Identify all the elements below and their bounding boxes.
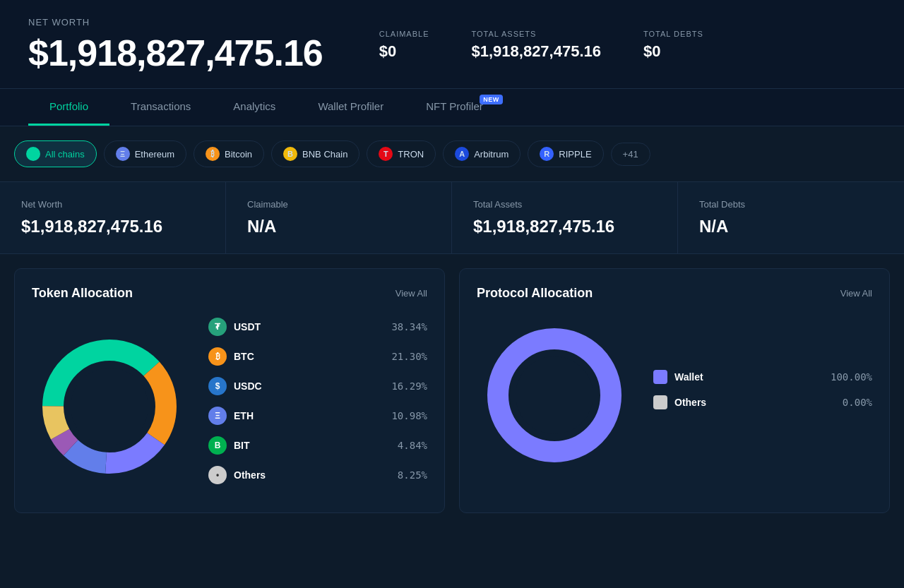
usdt-icon: ₮ — [208, 318, 227, 336]
claimable-label: CLAIMABLE — [379, 30, 429, 38]
eth-pct: 10.98% — [391, 410, 427, 421]
net-worth-value: $1,918,827,475.16 — [28, 32, 323, 74]
token-allocation-header: Token Allocation View All — [32, 286, 427, 301]
btc-icon: ₿ — [208, 347, 227, 366]
nav-tabs: Portfolio Transactions Analytics Wallet … — [28, 89, 876, 126]
total-debts-value: $0 — [643, 42, 703, 61]
chain-btn-arbitrum[interactable]: A Arbitrum — [443, 140, 521, 167]
usdc-name: USDC — [234, 380, 384, 392]
header: NET WORTH $1,918,827,475.16 CLAIMABLE $0… — [0, 0, 904, 89]
header-stat-total-assets: TOTAL ASSETS $1,918,827,475.16 — [472, 30, 602, 61]
bit-name: BIT — [234, 440, 391, 451]
tab-nft-profiler[interactable]: NFT Profiler NEW — [405, 89, 504, 126]
svg-point-6 — [71, 368, 148, 445]
bnb-icon: B — [283, 147, 297, 161]
net-worth-section: NET WORTH $1,918,827,475.16 — [28, 17, 323, 74]
header-stat-total-debts: TOTAL DEBTS $0 — [643, 30, 703, 61]
protocol-allocation-view-all[interactable]: View All — [840, 288, 872, 299]
token-allocation-card: Token Allocation View All — [14, 268, 445, 513]
token-item-eth: Ξ ETH 10.98% — [208, 407, 427, 425]
protocol-allocation-title: Protocol Allocation — [477, 286, 593, 301]
others-token-name: Others — [234, 469, 391, 481]
protocol-allocation-header: Protocol Allocation View All — [477, 286, 872, 301]
bit-icon: B — [208, 436, 227, 455]
others-protocol-name: Others — [674, 397, 835, 408]
ethereum-icon: Ξ — [116, 147, 130, 161]
chain-btn-tron-label: TRON — [398, 149, 424, 160]
chain-btn-all-label: All chains — [45, 149, 85, 160]
protocol-list: Wallet 100.00% Others 0.00% — [653, 370, 872, 421]
stat-claimable-value: N/A — [247, 217, 430, 236]
chain-btn-arbitrum-label: Arbitrum — [474, 149, 509, 160]
chain-filter: ◈ All chains Ξ Ethereum ₿ Bitcoin B BNB … — [0, 126, 904, 181]
btc-name: BTC — [234, 351, 384, 362]
chain-btn-ripple[interactable]: R RIPPLE — [528, 140, 603, 167]
chain-btn-ethereum[interactable]: Ξ Ethereum — [104, 140, 186, 167]
stat-net-worth-value: $1,918,827,475.16 — [21, 217, 204, 236]
protocol-allocation-card: Protocol Allocation View All Wallet 100.… — [459, 268, 890, 513]
stat-claimable-label: Claimable — [247, 199, 430, 210]
header-stats: CLAIMABLE $0 TOTAL ASSETS $1,918,827,475… — [379, 30, 703, 61]
token-donut-chart — [32, 329, 187, 484]
wallet-protocol-pct: 100.00% — [831, 371, 872, 383]
stat-total-debts-value: N/A — [699, 217, 883, 236]
token-item-usdc: $ USDC 16.29% — [208, 377, 427, 395]
others-protocol-icon — [653, 395, 667, 409]
chain-btn-tron[interactable]: T TRON — [367, 140, 436, 167]
chain-btn-ethereum-label: Ethereum — [135, 149, 174, 160]
chain-btn-bitcoin[interactable]: ₿ Bitcoin — [194, 140, 264, 167]
stat-total-assets-label: Total Assets — [473, 199, 656, 210]
tab-transactions[interactable]: Transactions — [109, 89, 212, 126]
all-chains-icon: ◈ — [26, 147, 40, 161]
net-worth-label: NET WORTH — [28, 17, 323, 28]
stat-card-total-debts: Total Debts N/A — [678, 182, 904, 253]
stat-card-claimable: Claimable N/A — [226, 182, 452, 253]
tab-wallet-profiler[interactable]: Wallet Profiler — [297, 89, 405, 126]
tab-analytics[interactable]: Analytics — [212, 89, 297, 126]
token-item-btc: ₿ BTC 21.30% — [208, 347, 427, 366]
chain-btn-bnb[interactable]: B BNB Chain — [271, 140, 359, 167]
token-item-bit: B BIT 4.84% — [208, 436, 427, 455]
token-allocation-title: Token Allocation — [32, 286, 133, 301]
nav-container: Portfolio Transactions Analytics Wallet … — [0, 89, 904, 126]
chain-btn-bnb-label: BNB Chain — [302, 149, 347, 160]
eth-name: ETH — [234, 410, 384, 421]
total-assets-value: $1,918,827,475.16 — [472, 42, 602, 61]
usdc-pct: 16.29% — [391, 380, 427, 392]
chain-btn-ripple-label: RIPPLE — [559, 149, 591, 160]
others-protocol-pct: 0.00% — [843, 397, 872, 408]
stat-total-assets-value: $1,918,827,475.16 — [473, 217, 656, 236]
bitcoin-icon: ₿ — [206, 147, 220, 161]
tron-icon: T — [379, 147, 393, 161]
tab-portfolio[interactable]: Portfolio — [28, 89, 109, 126]
claimable-value: $0 — [379, 42, 429, 61]
protocol-item-wallet: Wallet 100.00% — [653, 370, 872, 384]
chain-btn-all[interactable]: ◈ All chains — [14, 140, 97, 167]
token-allocation-view-all[interactable]: View All — [396, 288, 427, 299]
token-item-others: • Others 8.25% — [208, 466, 427, 484]
arbitrum-icon: A — [455, 147, 469, 161]
protocol-allocation-content: Wallet 100.00% Others 0.00% — [477, 318, 872, 473]
new-badge: NEW — [480, 95, 503, 104]
header-stat-claimable: CLAIMABLE $0 — [379, 30, 429, 61]
stats-cards: Net Worth $1,918,827,475.16 Claimable N/… — [0, 181, 904, 254]
others-token-pct: 8.25% — [398, 469, 427, 481]
stat-net-worth-label: Net Worth — [21, 199, 204, 210]
eth-token-icon: Ξ — [208, 407, 227, 425]
stat-card-total-assets: Total Assets $1,918,827,475.16 — [452, 182, 678, 253]
usdt-pct: 38.34% — [391, 321, 427, 332]
others-token-icon: • — [208, 466, 227, 484]
bit-pct: 4.84% — [398, 440, 427, 451]
protocol-donut-chart — [477, 318, 632, 473]
token-list: ₮ USDT 38.34% ₿ BTC 21.30% $ USDC 16.29%… — [208, 318, 427, 496]
token-item-usdt: ₮ USDT 38.34% — [208, 318, 427, 336]
ripple-icon: R — [540, 147, 554, 161]
svg-point-8 — [516, 356, 593, 434]
chain-btn-bitcoin-label: Bitcoin — [225, 149, 252, 160]
total-assets-label: TOTAL ASSETS — [472, 30, 602, 38]
more-chains-button[interactable]: +41 — [611, 143, 650, 166]
allocation-section: Token Allocation View All — [0, 254, 904, 527]
wallet-protocol-icon — [653, 370, 667, 384]
btc-pct: 21.30% — [391, 351, 427, 362]
token-allocation-content: ₮ USDT 38.34% ₿ BTC 21.30% $ USDC 16.29%… — [32, 318, 427, 496]
